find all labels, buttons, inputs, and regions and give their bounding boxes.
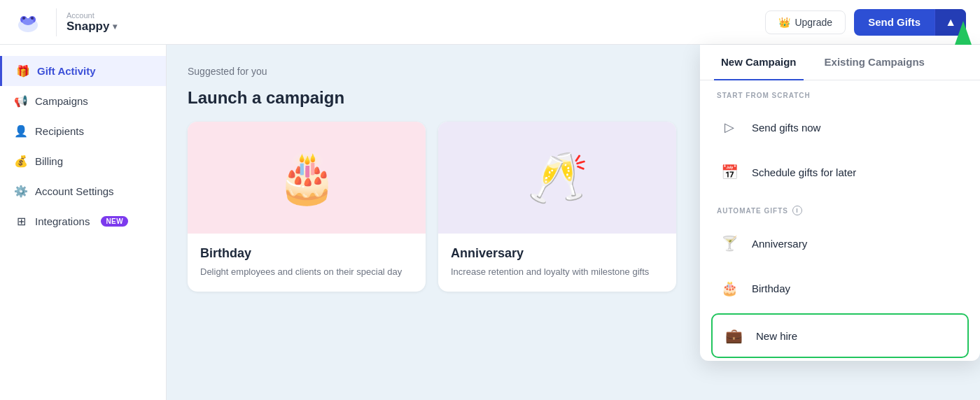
account-name-dropdown[interactable]: Snappy ▾: [66, 20, 117, 34]
birthday-card-desc: Delight employees and clients on their s…: [200, 265, 413, 279]
new-badge: NEW: [101, 216, 128, 227]
snappy-logo: [14, 8, 42, 36]
new-hire-icon: 💼: [721, 323, 746, 348]
anniversary-card-body: Anniversary Increase retention and loyal…: [438, 234, 676, 292]
grid-icon: ⊞: [14, 215, 28, 228]
account-info: Account Snappy ▾: [66, 11, 117, 34]
anniversary-automate-item[interactable]: 🍸 Anniversary: [700, 221, 980, 266]
new-hire-label: New hire: [756, 330, 797, 342]
anniversary-card[interactable]: 🥂 Anniversary Increase retention and loy…: [438, 122, 676, 292]
settings-icon: ⚙️: [14, 185, 28, 198]
dropdown-tabs: New Campaign Existing Campaigns: [700, 45, 980, 80]
send-now-icon: ▷: [717, 115, 742, 140]
schedule-gifts-label: Schedule gifts for later: [752, 166, 856, 178]
info-icon: i: [792, 206, 802, 215]
sidebar-item-campaigns[interactable]: 📢 Campaigns: [0, 86, 166, 116]
tab-new-campaign[interactable]: New Campaign: [714, 45, 804, 80]
anniversary-card-image: 🥂: [438, 122, 676, 234]
account-label: Account: [66, 11, 117, 20]
birthday-card-body: Birthday Delight employees and clients o…: [188, 234, 426, 292]
send-gifts-button[interactable]: Send Gifts ▲: [854, 9, 966, 36]
svg-marker-6: [955, 21, 972, 45]
arrow-up-indicator: [953, 20, 973, 49]
calendar-icon: 📅: [717, 159, 742, 185]
birthday-card[interactable]: 🎂 Birthday Delight employees and clients…: [188, 122, 426, 292]
header-right: 👑 Upgrade Send Gifts ▲: [765, 9, 966, 36]
sidebar: 🎁 Gift Activity 📢 Campaigns 👤 Recipients…: [0, 45, 167, 400]
automate-label: AUTOMATE GIFTS i: [700, 194, 980, 221]
sidebar-item-gift-activity[interactable]: 🎁 Gift Activity: [0, 56, 166, 86]
sidebar-item-recipients[interactable]: 👤 Recipients: [0, 116, 166, 146]
from-scratch-label: START FROM SCRATCH: [700, 80, 980, 105]
header: Account Snappy ▾ 👑 Upgrade Send Gifts ▲: [0, 0, 980, 45]
anniversary-icon: 🍸: [717, 231, 742, 256]
birthday-card-image: 🎂: [188, 122, 426, 234]
sidebar-item-account-settings[interactable]: ⚙️ Account Settings: [0, 176, 166, 206]
chevron-down-icon: ▾: [113, 22, 117, 31]
person-icon: 👤: [14, 124, 28, 138]
anniversary-automate-label: Anniversary: [752, 238, 807, 250]
schedule-gifts-item[interactable]: 📅 Schedule gifts for later: [700, 150, 980, 194]
svg-point-5: [31, 17, 34, 20]
send-gifts-now-item[interactable]: ▷ Send gifts now: [700, 105, 980, 150]
send-gifts-label: Send Gifts: [854, 9, 934, 35]
anniversary-card-desc: Increase retention and loyalty with mile…: [451, 265, 664, 279]
birthday-automate-label: Birthday: [752, 283, 790, 294]
megaphone-icon: 📢: [14, 94, 28, 108]
send-gifts-now-label: Send gifts now: [752, 122, 820, 134]
svg-point-4: [22, 17, 25, 20]
crown-icon: 👑: [778, 17, 790, 28]
anniversary-card-title: Anniversary: [451, 246, 664, 261]
new-hire-item[interactable]: 💼 New hire: [711, 313, 969, 358]
tab-existing-campaigns[interactable]: Existing Campaigns: [818, 45, 932, 80]
dollar-icon: 💰: [14, 155, 28, 168]
birthday-card-title: Birthday: [200, 246, 413, 261]
sidebar-item-integrations[interactable]: ⊞ Integrations NEW: [0, 206, 166, 236]
gift-icon: 🎁: [16, 64, 30, 78]
sidebar-item-billing[interactable]: 💰 Billing: [0, 146, 166, 176]
logo-area: [14, 8, 57, 36]
birthday-automate-item[interactable]: 🎂 Birthday: [700, 266, 980, 310]
upgrade-button[interactable]: 👑 Upgrade: [765, 10, 846, 34]
birthday-automate-icon: 🎂: [717, 276, 742, 301]
dropdown-panel: New Campaign Existing Campaigns START FR…: [700, 45, 980, 361]
